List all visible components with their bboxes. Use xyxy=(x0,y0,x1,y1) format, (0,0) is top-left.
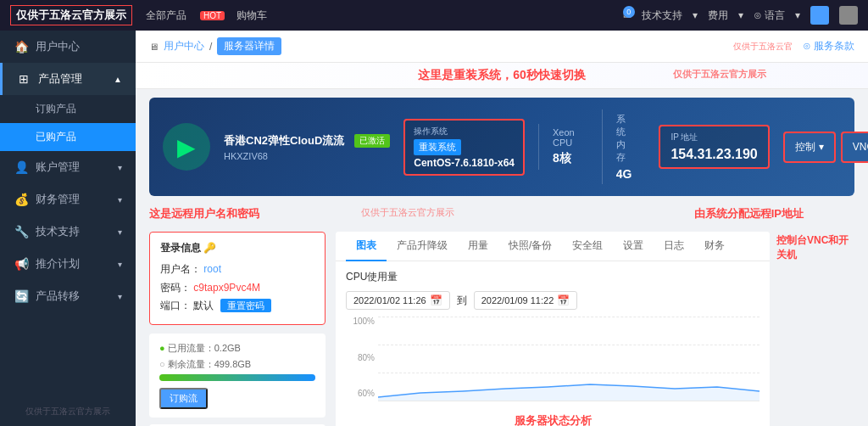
reinstall-button[interactable]: 重装系统 xyxy=(414,139,461,155)
server-analysis-annotation: 服务器状态分析 xyxy=(336,410,770,426)
sidebar-label-finance: 财务管理 xyxy=(36,192,80,207)
tab-snapshot[interactable]: 快照/备份 xyxy=(498,232,562,261)
os-value: CentOS-7.6.1810-x64 xyxy=(414,157,515,169)
annotation-row: 这是远程用户名和密码 仅供于五洛云官方展示 由系统分配远程IP地址 xyxy=(136,205,868,225)
server-actions: 控制 ▾ VNC xyxy=(783,132,868,163)
product-management-icon: ⊞ xyxy=(16,72,31,86)
tab-upgrade[interactable]: 产品升降级 xyxy=(387,232,458,261)
tech-support-icon: 🔧 xyxy=(14,225,29,238)
traffic-section: ● 已用流量：0.2GB ○ 剩余流量：499.8GB 订购流 xyxy=(149,334,326,418)
chart-title: CPU使用量 xyxy=(346,270,760,284)
user-avatar[interactable] xyxy=(810,6,829,25)
control-button[interactable]: 控制 ▾ xyxy=(783,132,836,163)
grid-line-mid2 xyxy=(378,373,760,373)
fees-link[interactable]: 费用 xyxy=(708,8,728,23)
login-password-row: 密码： c9tapx9Pvc4M xyxy=(160,279,314,298)
tab-logs[interactable]: 日志 xyxy=(654,232,694,261)
sidebar-label-transfer: 产品转移 xyxy=(36,289,80,304)
grid-line-bottom xyxy=(378,401,760,401)
sidebar-item-transfer[interactable]: 🔄 产品转移 ▾ xyxy=(0,280,136,312)
sidebar-item-account[interactable]: 👤 账户管理 ▾ xyxy=(0,151,136,183)
date-from-input[interactable]: 2022/01/02 11:26 📅 xyxy=(346,291,450,310)
sidebar-item-user-center[interactable]: 🏠 用户中心 xyxy=(0,31,136,63)
reset-password-button[interactable]: 重置密码 xyxy=(220,299,271,312)
all-products-link[interactable]: 全部产品 xyxy=(146,8,186,23)
nav-links: 全部产品 HOT 购物车 xyxy=(146,8,267,23)
sidebar-sub-order-product[interactable]: 订购产品 xyxy=(0,95,136,123)
tab-settings[interactable]: 设置 xyxy=(613,232,654,261)
brand-name: 仅供于五洛云官方展示 xyxy=(10,5,132,25)
sidebar-item-product-management[interactable]: ⊞ 产品管理 ▲ xyxy=(0,63,136,95)
server-id: HKXZIV68 xyxy=(224,151,390,161)
sidebar-label-user-center: 用户中心 xyxy=(36,39,80,54)
service-terms-link[interactable]: ⊙ 服务条款 xyxy=(803,40,854,52)
chart-section: CPU使用量 2022/01/02 11:26 📅 到 2022/01/09 1… xyxy=(336,261,770,410)
chart-canvas xyxy=(378,317,760,401)
ip-label: IP 地址 xyxy=(670,132,757,143)
finance-icon: 💰 xyxy=(14,193,29,206)
y-label-60: 60% xyxy=(358,389,375,398)
os-block: 操作系统 重装系统 CentOS-7.6.1810-x64 xyxy=(403,119,525,176)
breadcrumb-home-link[interactable]: 用户中心 xyxy=(164,39,204,53)
tabs-bar: 图表 产品升降级 用量 快照/备份 安全组 设置 日志 财务 xyxy=(336,232,770,261)
login-port-row: 端口： 默认 重置密码 xyxy=(160,297,314,316)
cart-link[interactable]: 购物车 xyxy=(236,8,267,23)
traffic-progress-fill xyxy=(159,374,315,381)
sidebar-label-product-management: 产品管理 xyxy=(38,71,82,87)
tab-chart[interactable]: 图表 xyxy=(346,232,387,261)
referral-icon: 📢 xyxy=(14,257,29,271)
login-username-value: root xyxy=(203,263,221,275)
left-panel: 登录信息 🔑 用户名： root 密码： c9tapx9Pvc4M 端口： 默认… xyxy=(149,225,336,426)
language-link[interactable]: ⊙ 语言 xyxy=(754,8,785,23)
grid-line-top xyxy=(378,317,760,317)
sidebar-item-finance[interactable]: 💰 财务管理 ▾ xyxy=(0,183,136,216)
user-center-icon: 🏠 xyxy=(14,40,29,53)
server-info: 香港CN2弹性ClouD流流 已激活 HKXZIV68 xyxy=(224,133,390,161)
date-from-value: 2022/01/02 11:26 xyxy=(353,295,426,305)
date-to-label: 到 xyxy=(457,294,467,308)
login-username-row: 用户名： root xyxy=(160,261,314,279)
transfer-icon: 🔄 xyxy=(14,289,29,303)
chart-wrapper: 100% 80% 60% xyxy=(346,317,760,401)
sidebar-watermark: 仅供于五洛云官方展示 xyxy=(0,397,136,426)
vnc-button[interactable]: VNC xyxy=(841,132,868,163)
tab-finance[interactable]: 财务 xyxy=(694,232,735,261)
announcement-text: 这里是重装系统，60秒快速切换 xyxy=(418,68,586,81)
hot-badge: HOT xyxy=(200,11,225,20)
ip-value: 154.31.23.190 xyxy=(670,147,757,162)
date-to-input[interactable]: 2022/01/09 11:22 📅 xyxy=(474,291,578,310)
vnc-annotation: 控制台VNC和开关机 xyxy=(776,233,854,262)
tab-security[interactable]: 安全组 xyxy=(562,232,613,261)
body-content: 登录信息 🔑 用户名： root 密码： c9tapx9Pvc4M 端口： 默认… xyxy=(149,225,854,426)
login-password-value: c9tapx9Pvc4M xyxy=(193,282,260,294)
tech-support-arrow: ▾ xyxy=(118,227,122,237)
date-to-value: 2022/01/09 11:22 xyxy=(481,295,554,305)
sidebar-label-referral: 推介计划 xyxy=(36,256,80,272)
announcement-banner: 这里是重装系统，60秒快速切换 仅供于五洛云官方展示 xyxy=(136,63,868,89)
y-label-80: 80% xyxy=(358,353,375,362)
tab-usage[interactable]: 用量 xyxy=(458,232,498,261)
chart-svg xyxy=(378,317,760,401)
subscribe-button[interactable]: 订购流 xyxy=(159,388,208,409)
memory-spec: 系统内存 4G xyxy=(602,109,646,184)
login-port-value: 默认 xyxy=(193,300,214,311)
user-avatar-2[interactable] xyxy=(839,6,858,25)
remote-credentials-annotation: 这是远程用户名和密码 xyxy=(149,206,259,221)
notification-icon[interactable]: ✉ 0 xyxy=(623,9,632,21)
ip-annotation: 由系统分配远程IP地址 xyxy=(694,206,804,221)
ip-block: IP 地址 154.31.23.190 xyxy=(659,125,769,169)
traffic-progress-bar xyxy=(159,374,315,381)
cpu-cores: 8核 xyxy=(553,151,575,166)
right-actions: ✉ 0 技术支持 ▾ 费用 ▾ ⊙ 语言 ▾ xyxy=(623,6,858,25)
sidebar-item-referral[interactable]: 📢 推介计划 ▾ xyxy=(0,248,136,280)
tech-support-link[interactable]: 技术支持 xyxy=(642,8,682,23)
cpu-spec: Xeon CPU 8核 xyxy=(538,124,588,170)
server-status-badge: 已激活 xyxy=(354,134,390,148)
demo-middle-annotation: 仅供于五洛云官方展示 xyxy=(361,206,454,219)
memory-label: 系统内存 xyxy=(616,113,632,164)
login-info-card: 登录信息 🔑 用户名： root 密码： c9tapx9Pvc4M 端口： 默认… xyxy=(149,232,326,325)
traffic-remaining-row: ○ 剩余流量：499.8GB xyxy=(159,358,315,371)
breadcrumb-left: 🖥 用户中心 / 服务器详情 xyxy=(149,37,281,55)
sidebar-item-tech-support[interactable]: 🔧 技术支持 ▾ xyxy=(0,216,136,248)
sidebar-sub-purchased-products[interactable]: 已购产品 xyxy=(0,123,136,151)
